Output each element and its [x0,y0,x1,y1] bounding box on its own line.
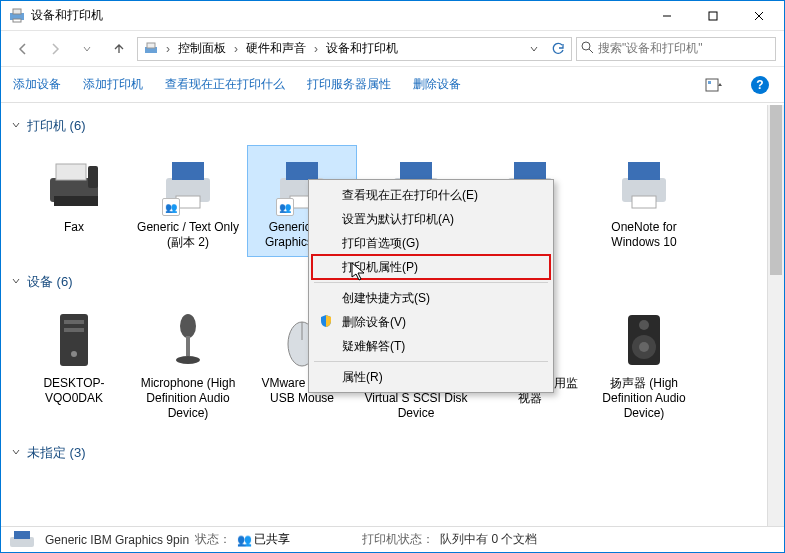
device-item-desktop[interactable]: DESKTOP-VQO0DAK [19,301,129,428]
svg-rect-2 [13,19,21,22]
svg-rect-34 [64,328,84,332]
search-icon [581,41,594,57]
status-device-name: Generic IBM Graphics 9pin [45,533,189,547]
svg-point-51 [639,320,649,330]
status-queue-label: 打印机状态： [362,531,434,548]
cmd-see-printing[interactable]: 查看现在正在打印什么 [165,76,285,93]
help-icon: ? [751,76,769,94]
group-header-unspecified[interactable]: 未指定 (3) [11,438,774,468]
cmd-add-device[interactable]: 添加设备 [13,76,61,93]
status-queue-value: 队列中有 0 个文档 [440,531,537,548]
search-box[interactable]: 搜索"设备和打印机" [576,37,776,61]
menu-set-default[interactable]: 设置为默认打印机(A) [312,207,550,231]
back-button[interactable] [9,35,37,63]
up-button[interactable] [105,35,133,63]
menu-separator [314,361,548,362]
refresh-button[interactable] [547,38,569,60]
device-item-generic-text[interactable]: 👥 Generic / Text Only (副本 2) [133,145,243,257]
maximize-button[interactable] [690,1,736,30]
svg-rect-53 [14,531,30,539]
svg-point-38 [176,356,200,364]
group-header-printers[interactable]: 打印机 (6) [11,111,774,141]
dropdown-history-button[interactable] [523,38,545,60]
svg-rect-27 [514,162,546,180]
svg-rect-24 [400,162,432,180]
chevron-right-icon[interactable]: › [164,42,172,56]
status-state-value: 已共享 [254,531,290,548]
shield-icon [317,314,335,331]
breadcrumb-seg-1[interactable]: 硬件和声音 [242,38,310,59]
svg-rect-31 [632,196,656,208]
svg-rect-15 [54,196,98,206]
menu-remove-device[interactable]: 删除设备(V) [312,310,550,334]
svg-rect-4 [709,12,717,20]
group-devices-label: 设备 (6) [27,273,73,291]
pc-tower-icon [42,308,106,372]
chevron-down-icon [11,119,21,133]
menu-printer-properties[interactable]: 打印机属性(P) [312,255,550,279]
device-item-speaker[interactable]: 扬声器 (High Definition Audio Device) [589,301,699,428]
titlebar: 设备和打印机 [1,1,784,31]
menu-properties[interactable]: 属性(R) [312,365,550,389]
svg-point-9 [582,42,590,50]
fax-icon [42,152,106,216]
shared-indicator: 👥已共享 [237,531,290,548]
device-label: Fax [64,220,84,235]
device-item-fax[interactable]: Fax [19,145,129,257]
device-label: Microphone (High Definition Audio Device… [136,376,240,421]
window-controls [644,1,782,30]
breadcrumb-seg-0[interactable]: 控制面板 [174,38,230,59]
scrollbar-thumb[interactable] [770,105,782,275]
svg-rect-37 [186,336,190,356]
menu-printing-prefs[interactable]: 打印首选项(G) [312,231,550,255]
address-bar[interactable]: › 控制面板 › 硬件和声音 › 设备和打印机 [137,37,572,61]
device-item-microphone[interactable]: Microphone (High Definition Audio Device… [133,301,243,428]
menu-create-shortcut[interactable]: 创建快捷方式(S) [312,286,550,310]
cmd-server-props[interactable]: 打印服务器属性 [307,76,391,93]
svg-rect-11 [706,79,718,91]
status-state-label: 状态： [195,531,231,548]
forward-button[interactable] [41,35,69,63]
svg-point-35 [71,351,77,357]
minimize-button[interactable] [644,1,690,30]
chevron-right-icon[interactable]: › [232,42,240,56]
breadcrumb-seg-2[interactable]: 设备和打印机 [322,38,402,59]
chevron-down-icon [11,275,21,289]
device-item-onenote[interactable]: OneNote for Windows 10 [589,145,699,257]
group-printers-label: 打印机 (6) [27,117,86,135]
svg-rect-33 [64,320,84,324]
people-icon: 👥 [237,533,252,547]
device-label: OneNote for Windows 10 [592,220,696,250]
chevron-right-icon[interactable]: › [312,42,320,56]
svg-rect-18 [172,162,204,180]
cmd-remove-device[interactable]: 删除设备 [413,76,461,93]
vertical-scrollbar[interactable] [767,105,784,526]
nav-row: › 控制面板 › 硬件和声音 › 设备和打印机 搜索"设备和打印机" [1,31,784,67]
cmd-add-printer[interactable]: 添加打印机 [83,76,143,93]
devices-printers-icon [9,8,25,24]
help-button[interactable]: ? [748,73,772,97]
chevron-down-icon [11,446,21,460]
close-button[interactable] [736,1,782,30]
svg-point-36 [180,314,196,338]
svg-rect-30 [628,162,660,180]
menu-separator [314,282,548,283]
view-options-button[interactable] [702,73,726,97]
printer-icon [612,152,676,216]
device-label: Generic / Text Only (副本 2) [136,220,240,250]
svg-line-10 [589,49,593,53]
svg-point-50 [639,342,649,352]
group-unspecified-label: 未指定 (3) [27,444,86,462]
context-menu: 查看现在正在打印什么(E) 设置为默认打印机(A) 打印首选项(G) 打印机属性… [308,179,554,393]
recent-dropdown[interactable] [73,35,101,63]
menu-troubleshoot[interactable]: 疑难解答(T) [312,334,550,358]
speaker-icon [612,308,676,372]
shared-badge-icon: 👥 [162,198,180,216]
menu-see-whats-printing[interactable]: 查看现在正在打印什么(E) [312,183,550,207]
shared-badge-icon: 👥 [276,198,294,216]
svg-rect-1 [13,9,21,14]
svg-rect-12 [708,81,711,84]
printer-icon: 👥 [156,152,220,216]
command-bar: 添加设备 添加打印机 查看现在正在打印什么 打印服务器属性 删除设备 ? [1,67,784,103]
location-icon[interactable] [140,38,162,60]
